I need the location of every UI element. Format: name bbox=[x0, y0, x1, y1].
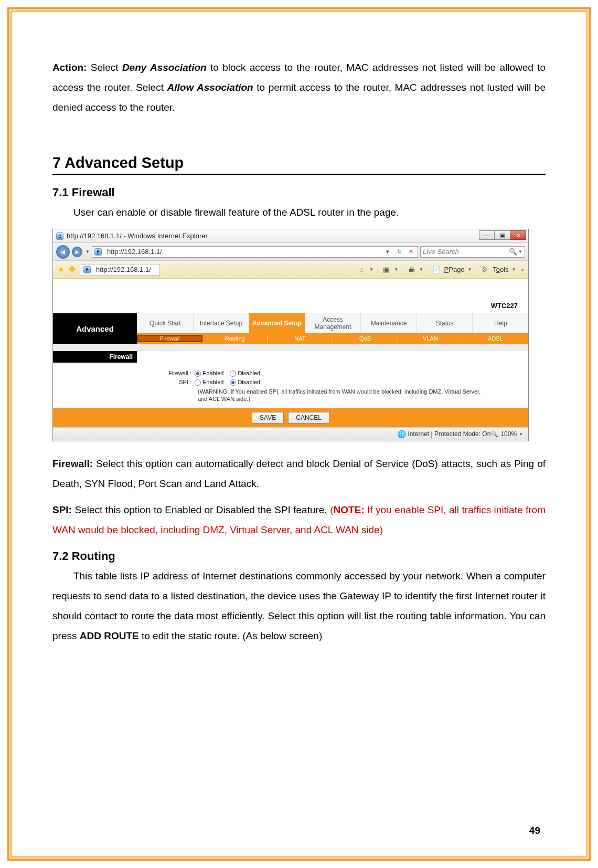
home-icon[interactable]: ⌂ bbox=[357, 265, 366, 274]
ie-window: e http://192.168.1.1/ - Windows Internet… bbox=[52, 229, 529, 441]
favorites-star-icon[interactable]: ★ bbox=[57, 264, 65, 274]
address-dropdown-icon[interactable]: ▾ bbox=[383, 248, 392, 255]
ie-nav-bar: ◄ ► ▼ e http://192.168.1.1/ ▾ ↻ ✕ Live S… bbox=[53, 243, 528, 261]
subtab-nat[interactable]: NAT bbox=[268, 335, 333, 342]
browser-tab[interactable]: e http://192.168.1.1/ bbox=[80, 264, 160, 276]
save-button[interactable]: SAVE bbox=[252, 412, 284, 424]
spi-warning-text: (WARNING: If You enabled SPI, all traffi… bbox=[198, 388, 492, 403]
heading-7: 7 Advanced Setup bbox=[52, 154, 546, 175]
radio-icon bbox=[195, 371, 201, 377]
print-icon[interactable]: 🖶 bbox=[407, 265, 416, 274]
tab-access-management[interactable]: Access Management bbox=[305, 313, 361, 333]
tab-advanced-setup[interactable]: Advanced Setup bbox=[249, 313, 305, 333]
search-icon[interactable]: 🔍 bbox=[509, 248, 517, 256]
feeds-icon[interactable]: ▣ bbox=[381, 265, 391, 274]
firewall-enabled-option[interactable]: Enabled bbox=[195, 370, 223, 377]
cancel-button[interactable]: CANCEL bbox=[288, 412, 329, 424]
router-main-tabs: Quick Start Interface Setup Advanced Set… bbox=[137, 313, 528, 333]
back-button[interactable]: ◄ bbox=[56, 245, 70, 259]
heading-7-1: 7.1 Firewall bbox=[52, 186, 546, 199]
page-menu-icon[interactable]: 📄 bbox=[432, 265, 441, 274]
router-side-title: Advanced bbox=[53, 313, 137, 344]
firewall-disabled-option[interactable]: Disabled bbox=[230, 370, 260, 377]
spi-row-label: SPI : bbox=[58, 379, 195, 385]
subtab-vlan[interactable]: VLAN bbox=[398, 335, 463, 342]
tab-status[interactable]: Status bbox=[417, 313, 473, 333]
spi-desc: SPI: Select this option to Enabled or Di… bbox=[52, 500, 546, 540]
firewall-desc: Firewall: Select this option can automat… bbox=[52, 454, 546, 494]
internet-zone-icon: 🌐 bbox=[397, 430, 406, 438]
ie-status-bar: 🌐 Internet | Protected Mode: On 🔍 100% ▼ bbox=[53, 427, 528, 441]
para-7-2: This table lists IP address of Internet … bbox=[52, 566, 546, 646]
stop-icon[interactable]: ✕ bbox=[406, 248, 415, 255]
subtab-qos[interactable]: QoS bbox=[333, 335, 398, 342]
tools-menu-icon[interactable]: ⚙ bbox=[480, 265, 489, 274]
address-url: http://192.168.1.1/ bbox=[107, 248, 381, 256]
ie-favorites-bar: ★ ✚ e http://192.168.1.1/ ⌂▼ · ▣▼ · 🖶▼ ·… bbox=[53, 261, 528, 279]
nav-history-dropdown[interactable]: ▼ bbox=[86, 249, 90, 254]
subtab-adsl[interactable]: ADSL bbox=[463, 335, 528, 342]
ie-titlebar: e http://192.168.1.1/ - Windows Internet… bbox=[53, 229, 528, 243]
refresh-icon[interactable]: ↻ bbox=[394, 248, 404, 255]
ie-favicon-icon: e bbox=[56, 232, 63, 240]
search-placeholder: Live Search bbox=[423, 248, 459, 256]
search-box[interactable]: Live Search 🔍 ▼ bbox=[420, 246, 525, 258]
router-sub-tabs: Firewall Routing NAT QoS VLAN ADSL bbox=[137, 333, 528, 344]
page-menu-label[interactable]: PPage bbox=[444, 266, 465, 273]
section-label-firewall: Firewall bbox=[53, 351, 137, 363]
tab-title: http://192.168.1.1/ bbox=[96, 266, 151, 273]
ie-window-title: http://192.168.1.1/ - Windows Internet E… bbox=[67, 232, 208, 240]
page-number: 49 bbox=[529, 825, 540, 837]
button-row: SAVE CANCEL bbox=[53, 408, 528, 427]
tab-favicon-icon: e bbox=[83, 266, 91, 273]
action-paragraph: Action: Select Deny Association to block… bbox=[52, 58, 546, 118]
router-model: WTC227 bbox=[53, 279, 528, 313]
subtab-firewall[interactable]: Firewall bbox=[137, 335, 202, 342]
address-bar[interactable]: e http://192.168.1.1/ ▾ ↻ ✕ bbox=[92, 246, 418, 258]
subtab-routing[interactable]: Routing bbox=[202, 335, 268, 342]
maximize-button[interactable]: ▣ bbox=[495, 230, 510, 240]
radio-icon bbox=[230, 371, 236, 377]
radio-icon bbox=[195, 379, 201, 386]
forward-button[interactable]: ► bbox=[72, 247, 82, 257]
status-zone-text: Internet | Protected Mode: On bbox=[408, 430, 491, 438]
zoom-icon[interactable]: 🔍 bbox=[490, 430, 498, 438]
tab-quick-start[interactable]: Quick Start bbox=[137, 313, 193, 333]
tools-menu-label[interactable]: Tools bbox=[493, 266, 508, 273]
heading-7-2: 7.2 Routing bbox=[52, 549, 546, 563]
zoom-dropdown-icon[interactable]: ▼ bbox=[519, 432, 523, 437]
close-button[interactable]: ✕ bbox=[510, 230, 526, 240]
search-dropdown-icon[interactable]: ▼ bbox=[518, 249, 522, 254]
radio-icon bbox=[230, 379, 236, 386]
para-7-1: User can enable or disable firewall feat… bbox=[52, 203, 546, 223]
zoom-level: 100% bbox=[500, 430, 517, 438]
address-favicon-icon: e bbox=[94, 248, 102, 256]
spi-enabled-option[interactable]: Enabled bbox=[195, 379, 223, 386]
firewall-row-label: Firewall : bbox=[58, 370, 195, 376]
spi-disabled-option[interactable]: Disabled bbox=[230, 379, 260, 386]
tab-interface-setup[interactable]: Interface Setup bbox=[193, 313, 249, 333]
minimize-button[interactable]: — bbox=[479, 230, 495, 240]
firewall-settings: Firewall : Enabled Disabled SPI : Enable… bbox=[53, 363, 528, 408]
router-page: WTC227 Advanced Quick Start Interface Se… bbox=[53, 279, 528, 427]
action-label: Action: bbox=[52, 62, 87, 73]
add-favorite-icon[interactable]: ✚ bbox=[69, 264, 76, 274]
toolbar-overflow-icon[interactable]: » bbox=[521, 267, 524, 272]
tab-maintenance[interactable]: Maintenance bbox=[360, 313, 417, 333]
tab-help[interactable]: Help bbox=[472, 313, 528, 333]
